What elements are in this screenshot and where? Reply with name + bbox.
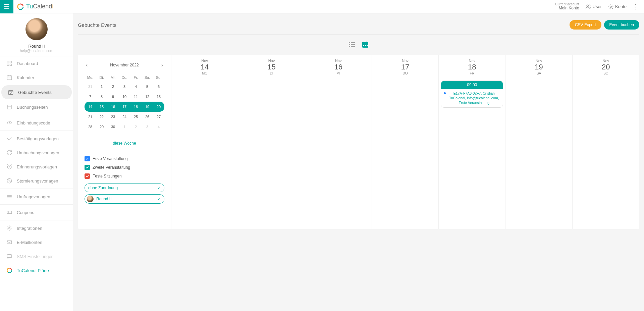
page-header: Gebuchte Events CSV Export Event buchen	[78, 17, 639, 35]
konto-link[interactable]: Konto	[608, 4, 627, 10]
calendar-day[interactable]: 21	[85, 112, 96, 122]
calendar-day[interactable]: 7	[85, 92, 96, 102]
calendar-day[interactable]: 11	[130, 92, 142, 102]
day-body	[305, 78, 372, 83]
calendar-day[interactable]: 4	[130, 82, 142, 92]
calendar-day[interactable]: 16	[107, 102, 119, 112]
calendar-day[interactable]: 19	[142, 102, 153, 112]
calendar-icon	[6, 74, 13, 81]
calendar-dow: Do.	[119, 73, 130, 82]
calendar-day[interactable]: 28	[85, 122, 96, 132]
nav-gebuchte-events[interactable]: Gebuchte Events	[1, 85, 72, 99]
nav-emailkonten[interactable]: E-Mailkonten	[0, 235, 73, 249]
brand-logo[interactable]: TuCalendi	[13, 3, 53, 10]
event-buchen-button[interactable]: Event buchen	[604, 20, 639, 30]
checkbox-icon	[85, 165, 90, 170]
calendar-day[interactable]: 9	[107, 92, 119, 102]
nav-sms[interactable]: SMS Einstellungen	[0, 249, 73, 263]
calendar-day[interactable]: 12	[142, 92, 153, 102]
day-column: Nov14MO	[171, 55, 238, 229]
svg-point-5	[610, 6, 612, 7]
content-card: ‹ November 2022 › Mo.Di.Mi.Do.Fr.Sa.So.3…	[78, 55, 639, 229]
day-body	[505, 78, 572, 83]
nav-einbindungscode[interactable]: Einbindungscode	[0, 116, 73, 130]
calendar-day[interactable]: 4	[153, 122, 164, 132]
nav-dashboard[interactable]: Dashboard	[0, 56, 73, 70]
nav-coupons[interactable]: Coupons	[0, 205, 73, 219]
filter-round2[interactable]: Round II✓	[85, 194, 164, 204]
calendar-day[interactable]: 31	[85, 82, 96, 92]
coupon-icon	[6, 209, 13, 216]
main: Gebuchte Events CSV Export Event buchen …	[73, 13, 644, 311]
this-week-link[interactable]: diese Woche	[113, 141, 136, 146]
calendar-day[interactable]: 18	[130, 102, 142, 112]
sms-icon	[6, 253, 13, 260]
event-card[interactable]: 09:00E17A-F7A6-02F7, Cristian TuCalendi,…	[441, 81, 503, 108]
current-account[interactable]: Current account Mein Konto	[555, 2, 579, 10]
svg-rect-31	[365, 45, 366, 46]
svg-point-4	[589, 5, 590, 6]
user-filters: ohne Zuordnung✓ Round II✓	[85, 184, 164, 204]
calendar-view-button[interactable]	[361, 41, 369, 50]
profile-name: Round II	[0, 44, 73, 49]
more-menu-button[interactable]: ⋮	[633, 3, 639, 10]
calendar-day[interactable]: 20	[153, 102, 164, 112]
nav-stornierungsvorlagen[interactable]: Stornierungsvorlagen	[0, 174, 73, 188]
calendar-day[interactable]: 24	[119, 112, 130, 122]
prev-month-button[interactable]: ‹	[85, 61, 89, 69]
topbar: ☰ TuCalendi Current account Mein Konto U…	[0, 0, 644, 13]
mini-calendar-grid: Mo.Di.Mi.Do.Fr.Sa.So.3112345678910111213…	[85, 73, 164, 132]
nav-plans[interactable]: TuCalendi Pläne	[0, 263, 73, 277]
calendar-dow: Mi.	[107, 73, 119, 82]
calendar-day[interactable]: 22	[96, 112, 107, 122]
calendar-day[interactable]: 1	[96, 82, 107, 92]
calendar-day[interactable]: 8	[96, 92, 107, 102]
calendar-dow: Di.	[96, 73, 107, 82]
filter-first-event[interactable]: Erste Veranstaltung	[85, 156, 164, 161]
calendar-day[interactable]: 25	[130, 112, 142, 122]
calendar-day[interactable]: 26	[142, 112, 153, 122]
calendar-day[interactable]: 30	[107, 122, 119, 132]
filter-fixed-sessions[interactable]: Feste Sitzungen	[85, 173, 164, 179]
calendar-day[interactable]: 23	[107, 112, 119, 122]
week-grid: Nov14MONov15DINov16MINov17DONov18FR09:00…	[171, 55, 639, 229]
avatar	[87, 196, 94, 202]
list-view-button[interactable]	[348, 41, 356, 50]
day-column: Nov17DO	[372, 55, 439, 229]
calendar-day[interactable]: 3	[119, 82, 130, 92]
user-link[interactable]: User	[585, 4, 602, 10]
nav-umfragevorlagen[interactable]: Umfragevorlagen	[0, 190, 73, 204]
calendar-day[interactable]: 3	[142, 122, 153, 132]
nav-bestaetigungsvorlagen[interactable]: Bestätigungsvorlagen	[0, 132, 73, 146]
filter-second-event[interactable]: Zweite Veranstaltung	[85, 165, 164, 170]
calendar-day[interactable]: 2	[130, 122, 142, 132]
calendar-day[interactable]: 6	[153, 82, 164, 92]
svg-rect-8	[7, 64, 9, 66]
calendar-day[interactable]: 1	[119, 122, 130, 132]
nav-buchungsseiten[interactable]: Buchungsseiten	[0, 100, 73, 114]
integrations-icon	[6, 225, 13, 231]
next-month-button[interactable]: ›	[160, 61, 164, 69]
csv-export-button[interactable]: CSV Export	[570, 20, 601, 30]
checkbox-icon	[85, 156, 90, 161]
calendar-day[interactable]: 10	[119, 92, 130, 102]
calendar-day[interactable]: 27	[153, 112, 164, 122]
svg-rect-7	[10, 61, 12, 63]
logo-icon	[17, 3, 24, 10]
filter-unassigned[interactable]: ohne Zuordnung✓	[85, 184, 164, 192]
hamburger-menu-button[interactable]: ☰	[0, 0, 13, 13]
calendar-day[interactable]: 29	[96, 122, 107, 132]
calendar-day[interactable]: 13	[153, 92, 164, 102]
nav-erinnerungsvorlagen[interactable]: Erinnerungsvorlagen	[0, 160, 73, 174]
calendar-day[interactable]: 5	[142, 82, 153, 92]
nav-umbuchungsvorlagen[interactable]: Umbuchungsvorlagen	[0, 146, 73, 160]
survey-icon	[6, 193, 13, 200]
nav-kalender[interactable]: Kalender	[0, 70, 73, 85]
svg-rect-22	[349, 42, 350, 43]
calendar-day[interactable]: 2	[107, 82, 119, 92]
nav-integrationen[interactable]: Integrationen	[0, 221, 73, 235]
svg-rect-25	[351, 44, 355, 45]
calendar-day[interactable]: 17	[119, 102, 130, 112]
calendar-day[interactable]: 14	[85, 102, 96, 112]
calendar-day[interactable]: 15	[96, 102, 107, 112]
